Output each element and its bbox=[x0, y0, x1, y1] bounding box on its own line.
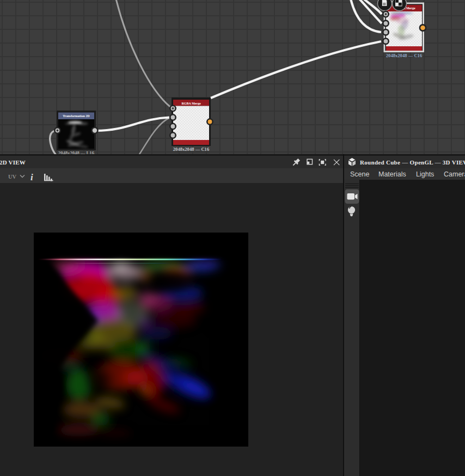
svg-text:UV: UV bbox=[8, 174, 17, 180]
svg-text:RGBA Merge: RGBA Merge bbox=[181, 102, 200, 105]
svg-text:2048x2048 — C16: 2048x2048 — C16 bbox=[386, 53, 423, 58]
svg-text:2048x2048 — C16: 2048x2048 — C16 bbox=[173, 147, 210, 152]
svg-text:Transformation 2D: Transformation 2D bbox=[63, 114, 90, 118]
svg-text:i: i bbox=[30, 172, 33, 182]
